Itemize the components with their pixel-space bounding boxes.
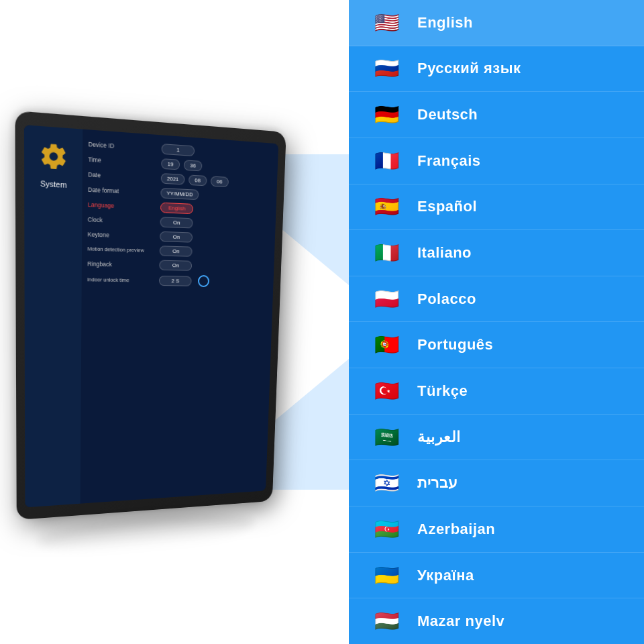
clock-row: Clock On	[88, 214, 271, 231]
unlock-label: Indoor unlock time	[87, 276, 155, 283]
language-name-portuguese: Português	[417, 336, 493, 354]
language-name-spanish: Español	[417, 198, 477, 215]
language-item-hebrew[interactable]: 🇮🇱 עברית	[349, 460, 644, 506]
flag-sa: 🇸🇦	[369, 426, 404, 449]
flag-il: 🇮🇱	[369, 472, 404, 494]
language-label: Language	[88, 201, 156, 211]
flag-az: 🇦🇿	[369, 518, 404, 541]
language-list-panel: 🇺🇸 English 🇷🇺 Русский язык 🇩🇪 Deutsch 🇫🇷…	[349, 0, 644, 644]
language-item-azerbaijani[interactable]: 🇦🇿 Azerbaijan	[349, 506, 644, 553]
device-panel: System Device ID 1 Time 19 36	[0, 0, 349, 644]
date-format-value: YY/MM/DD	[160, 188, 199, 200]
language-name-english: English	[417, 14, 473, 32]
clock-value: On	[160, 217, 193, 228]
flag-hu: 🇭🇺	[369, 610, 404, 633]
unlock-btn[interactable]	[198, 275, 210, 287]
tablet-body: System Device ID 1 Time 19 36	[15, 111, 286, 520]
unlock-row: Indoor unlock time 2 S	[87, 273, 269, 288]
device-id-value: 1	[162, 144, 195, 156]
language-name-arabic: العربية	[417, 429, 461, 446]
date-day-value: 06	[211, 176, 229, 187]
language-name-turkish: Türkçe	[417, 382, 468, 400]
flag-ua: 🇺🇦	[369, 564, 404, 587]
unlock-value: 2 S	[159, 275, 192, 286]
language-name-russian: Русский язык	[417, 60, 521, 77]
language-item-german[interactable]: 🇩🇪 Deutsch	[349, 92, 644, 138]
language-item-hungarian[interactable]: 🇭🇺 Mazar nyelv	[349, 598, 644, 644]
flag-us: 🇺🇸	[369, 11, 404, 34]
language-name-french: Français	[417, 152, 481, 170]
language-name-ukrainian: Україна	[417, 567, 474, 584]
flag-it: 🇮🇹	[369, 241, 404, 264]
motion-value: On	[160, 246, 193, 257]
language-item-portuguese[interactable]: 🇵🇹 Português	[349, 322, 644, 368]
language-item-english[interactable]: 🇺🇸 English	[349, 0, 644, 46]
language-name-german: Deutsch	[417, 106, 478, 123]
flag-fr: 🇫🇷	[369, 150, 404, 172]
language-value: English	[160, 203, 193, 215]
language-name-italian: Italiano	[417, 244, 472, 262]
language-item-arabic[interactable]: 🇸🇦 العربية	[349, 415, 644, 461]
keytone-row: Keytone On	[87, 229, 270, 245]
language-name-azerbaijani: Azerbaijan	[417, 521, 495, 538]
time-minute-value: 36	[184, 160, 203, 171]
language-item-spanish[interactable]: 🇪🇸 Español	[349, 184, 644, 231]
language-item-polish[interactable]: 🇵🇱 Polacco	[349, 276, 644, 323]
tablet-screen: System Device ID 1 Time 19 36	[24, 125, 278, 507]
clock-label: Clock	[88, 215, 156, 225]
flag-pt: 🇵🇹	[369, 333, 404, 356]
date-month-value: 08	[189, 174, 207, 186]
time-hour-value: 19	[161, 158, 180, 170]
language-item-turkish[interactable]: 🇹🇷 Türkçe	[349, 368, 644, 415]
system-sidebar-label: System	[40, 179, 67, 189]
ringback-row: Ringback On	[87, 258, 269, 272]
language-item-french[interactable]: 🇫🇷 Français	[349, 138, 644, 184]
date-label: Date	[88, 170, 157, 181]
motion-label: Motion detection preview	[87, 246, 156, 254]
screen-sidebar: System	[24, 125, 83, 507]
tablet-device: System Device ID 1 Time 19 36	[15, 111, 286, 520]
motion-row: Motion detection preview On	[87, 244, 270, 259]
flag-tr: 🇹🇷	[369, 380, 404, 402]
screen-settings-content: Device ID 1 Time 19 36 Date 2021 08 06	[80, 129, 279, 504]
flag-pl: 🇵🇱	[369, 288, 404, 311]
device-id-label: Device ID	[89, 140, 158, 152]
date-year-value: 2021	[161, 173, 185, 185]
language-item-russian[interactable]: 🇷🇺 Русский язык	[349, 46, 644, 93]
time-label: Time	[88, 156, 157, 167]
flag-es: 🇪🇸	[369, 195, 404, 218]
flag-ru: 🇷🇺	[369, 57, 404, 80]
keytone-label: Keytone	[88, 231, 156, 240]
language-name-hebrew: עברית	[417, 474, 458, 492]
language-item-italian[interactable]: 🇮🇹 Italiano	[349, 230, 644, 276]
date-format-label: Date format	[88, 186, 157, 197]
language-name-polish: Polacco	[417, 290, 476, 308]
language-name-hungarian: Mazar nyelv	[417, 612, 504, 630]
ringback-label: Ringback	[87, 260, 155, 269]
gear-icon	[39, 141, 68, 172]
ringback-value: On	[159, 260, 192, 271]
flag-de: 🇩🇪	[369, 103, 404, 126]
language-item-ukrainian[interactable]: 🇺🇦 Україна	[349, 553, 644, 599]
keytone-value: On	[160, 231, 193, 243]
